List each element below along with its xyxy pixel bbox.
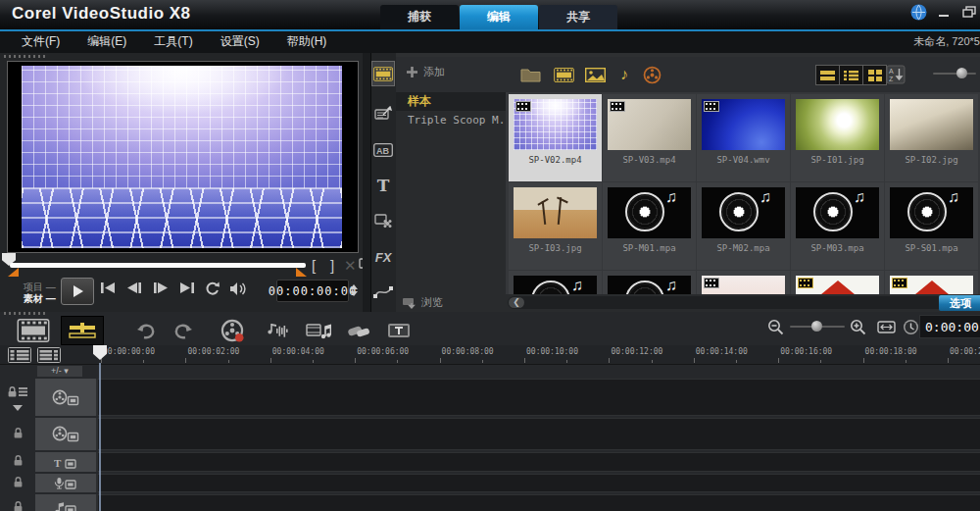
expand-tracks-icon[interactable] — [13, 405, 23, 411]
mark-in-button[interactable]: [ — [312, 257, 316, 274]
track-content[interactable] — [98, 474, 980, 492]
show-videos-icon[interactable] — [551, 65, 576, 84]
timeline-ruler[interactable]: 00:00:00:0000:00:02:0000:00:04:0000:00:0… — [0, 345, 980, 365]
track-manager-icon[interactable] — [37, 347, 61, 367]
media-item-SP-V03.mp4[interactable]: SP-V03.mp4 — [603, 94, 696, 181]
show-photos-icon[interactable] — [582, 65, 608, 84]
add-folder-button[interactable]: 添加 — [406, 65, 445, 79]
timecode-spinner[interactable] — [349, 280, 359, 300]
corel-globe-icon[interactable] — [909, 3, 927, 21]
lock-icon[interactable] — [13, 453, 24, 471]
prev-frame-button[interactable] — [125, 281, 143, 294]
music-track-icon[interactable] — [35, 494, 98, 511]
tab-共享[interactable]: 共享 — [539, 5, 617, 29]
library-scrollbar[interactable]: ❮ — [508, 296, 978, 309]
media-icon[interactable] — [371, 61, 395, 86]
go-start-button[interactable] — [99, 281, 117, 294]
next-frame-button[interactable] — [152, 281, 170, 294]
auto-music-icon[interactable] — [300, 316, 337, 345]
repeat-button[interactable] — [205, 281, 220, 296]
track-content[interactable] — [98, 494, 980, 511]
overlay-track-icon[interactable] — [35, 418, 98, 450]
track-ripple-icon[interactable] — [341, 316, 376, 345]
browse-button[interactable]: 浏览 — [402, 295, 443, 310]
media-item[interactable]: ♫ — [603, 271, 696, 294]
minimize-button[interactable] — [935, 3, 953, 21]
lock-track-icon[interactable] — [7, 384, 28, 402]
go-end-button[interactable] — [178, 281, 196, 294]
timeline-timecode[interactable]: 0:00:00:00 — [919, 315, 980, 338]
menu-item[interactable]: 工具(T) — [140, 31, 206, 52]
lock-icon[interactable] — [13, 499, 24, 511]
zoom-in-icon[interactable] — [847, 312, 868, 341]
media-item-SP-I01.jpg[interactable]: SP-I01.jpg — [791, 94, 884, 181]
graphic-icon[interactable] — [371, 208, 395, 233]
media-item-SP-M01.mpa[interactable]: ♫SP-M01.mpa — [603, 182, 696, 270]
project-duration-clock-icon[interactable] — [900, 312, 921, 341]
clip-mode-label[interactable]: 素材 — — [24, 292, 56, 306]
split-clip-icon[interactable]: ✕ — [344, 257, 357, 275]
lock-icon[interactable] — [13, 475, 24, 492]
media-item-SP-S01.mpa[interactable]: ♫SP-S01.mpa — [885, 182, 978, 270]
subtitle-editor-icon[interactable] — [382, 316, 416, 345]
track-content[interactable] — [98, 418, 980, 450]
thumbnail-size-slider[interactable] — [933, 73, 976, 75]
show-all-tracks-icon[interactable] — [8, 347, 31, 367]
timeline-view-icon[interactable] — [61, 316, 104, 345]
filter-icon[interactable]: FX — [371, 244, 395, 270]
media-item-SP-I02.jpg[interactable]: SP-I02.jpg — [885, 94, 978, 181]
mark-out-button[interactable]: ] — [330, 257, 334, 274]
show-audio-icon[interactable]: ♪ — [612, 65, 637, 84]
grid-view-icon[interactable] — [862, 65, 887, 85]
play-button[interactable] — [61, 278, 94, 305]
media-item-SP-M03.mpa[interactable]: ♫SP-M03.mpa — [791, 182, 884, 270]
scroll-left-button[interactable]: ❮ — [509, 297, 524, 308]
trim-end-marker[interactable] — [296, 268, 307, 277]
title-track-icon[interactable]: T — [35, 452, 98, 472]
media-item[interactable] — [791, 271, 884, 294]
library-category[interactable]: Triple Scoop M... — [396, 111, 506, 129]
fit-timeline-icon[interactable] — [874, 312, 898, 341]
record-capture-icon[interactable] — [214, 316, 251, 345]
thumb-view-icon[interactable] — [815, 65, 840, 85]
undo-icon[interactable] — [129, 316, 163, 345]
video-track-icon[interactable] — [35, 379, 98, 416]
instant-project-icon[interactable] — [371, 101, 395, 127]
menu-item[interactable]: 编辑(E) — [74, 31, 140, 52]
menu-item[interactable]: 文件(F) — [8, 31, 74, 52]
media-item[interactable]: ♫ — [509, 271, 602, 294]
menu-item[interactable]: 设置(S) — [207, 31, 273, 52]
show-motion-icon[interactable] — [639, 65, 664, 84]
restore-button[interactable] — [960, 3, 978, 21]
media-item-SP-M02.mpa[interactable]: ♫SP-M02.mpa — [697, 182, 790, 270]
timeline-zoom-slider[interactable] — [790, 312, 845, 341]
track-content[interactable] — [98, 379, 980, 416]
media-item-SP-I03.jpg[interactable]: SP-I03.jpg — [509, 182, 602, 270]
scrubber-track[interactable] — [10, 263, 306, 268]
options-button[interactable]: 选项 — [939, 295, 980, 311]
playhead-handle[interactable] — [93, 345, 107, 360]
tab-捕获[interactable]: 捕获 — [380, 5, 459, 29]
menu-item[interactable]: 帮助(H) — [273, 31, 341, 52]
add-remove-track-button[interactable]: +/- ▾ — [37, 366, 82, 377]
trim-start-marker[interactable] — [8, 268, 19, 277]
transition-icon[interactable]: AB — [371, 137, 395, 163]
motion-path-icon[interactable] — [371, 280, 395, 305]
import-folder-icon[interactable] — [517, 65, 543, 84]
player-timecode[interactable]: 00:00:00:00 — [276, 280, 349, 302]
media-item-SP-V02.mp4[interactable]: SP-V02.mp4 — [509, 94, 602, 181]
sound-mixer-icon[interactable] — [257, 316, 294, 345]
track-content[interactable] — [98, 452, 980, 472]
sort-icon[interactable]: AZ — [886, 65, 906, 84]
storyboard-view-icon[interactable] — [12, 316, 55, 345]
title-icon[interactable]: T — [371, 173, 395, 198]
volume-icon[interactable] — [229, 281, 248, 296]
media-item[interactable] — [697, 271, 790, 294]
lock-icon[interactable] — [13, 426, 24, 443]
media-item[interactable] — [885, 271, 978, 294]
media-item-SP-V04.wmv[interactable]: SP-V04.wmv — [697, 94, 790, 181]
library-category[interactable]: 样本 — [396, 92, 506, 111]
list-view-icon[interactable] — [839, 65, 863, 85]
tab-编辑[interactable]: 编辑 — [460, 5, 538, 29]
zoom-out-icon[interactable] — [764, 312, 786, 341]
